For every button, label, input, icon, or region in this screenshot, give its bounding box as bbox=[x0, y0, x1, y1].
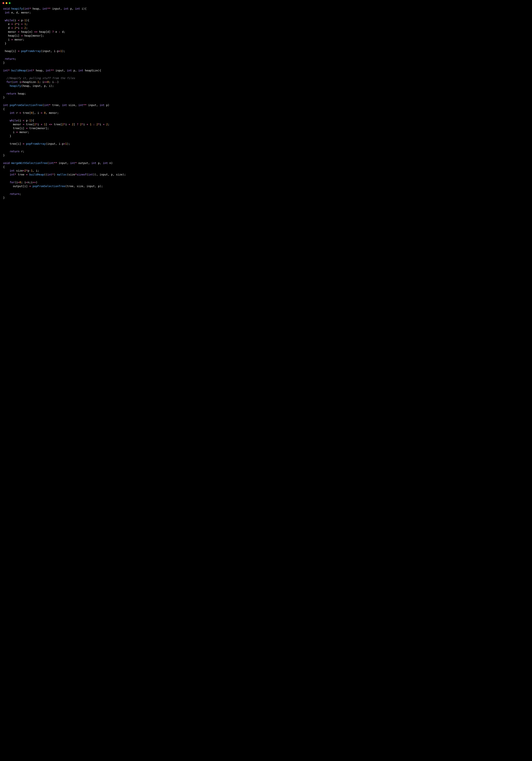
minimize-icon[interactable] bbox=[6, 2, 7, 4]
maximize-icon[interactable] bbox=[9, 2, 11, 4]
code-window: void heapify(int* heap, int** input, int… bbox=[0, 0, 147, 205]
titlebar bbox=[0, 0, 147, 6]
code-content: void heapify(int* heap, int** input, int… bbox=[0, 6, 147, 205]
close-icon[interactable] bbox=[2, 2, 4, 4]
